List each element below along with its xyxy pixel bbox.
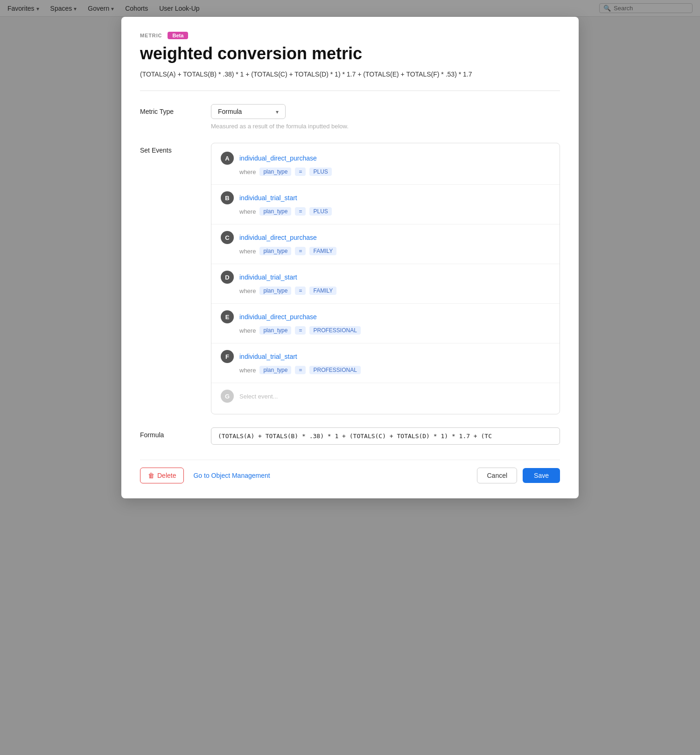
where-val-tag[interactable]: PLUS xyxy=(309,168,331,176)
events-panel: Aindividual_direct_purchasewhereplan_typ… xyxy=(211,143,560,414)
event-header: Bindividual_trial_start xyxy=(221,191,550,204)
set-events-content: Aindividual_direct_purchasewhereplan_typ… xyxy=(211,143,560,414)
event-where: whereplan_type=FAMILY xyxy=(221,287,550,295)
where-op-tag[interactable]: = xyxy=(295,326,306,335)
cancel-button[interactable]: Cancel xyxy=(477,468,517,483)
event-placeholder[interactable]: Select event... xyxy=(239,393,278,400)
event-header: GSelect event... xyxy=(221,390,550,403)
event-name[interactable]: individual_trial_start xyxy=(239,353,297,360)
metric-type-label: Metric Type xyxy=(140,104,196,115)
modal-header-meta: METRIC Beta xyxy=(140,32,560,39)
trash-icon: 🗑 xyxy=(148,472,154,479)
set-events-row: Set Events Aindividual_direct_purchasewh… xyxy=(140,143,560,414)
event-badge: D xyxy=(221,271,234,284)
where-key-tag[interactable]: plan_type xyxy=(259,366,291,374)
event-header: Dindividual_trial_start xyxy=(221,271,550,284)
footer-right: Cancel Save xyxy=(477,468,560,483)
metric-type-hint: Measured as a result of the formula inpu… xyxy=(211,123,560,130)
event-header: Cindividual_direct_purchase xyxy=(221,231,550,244)
where-key-tag[interactable]: plan_type xyxy=(259,168,291,176)
event-name[interactable]: individual_direct_purchase xyxy=(239,154,317,162)
event-row: Aindividual_direct_purchasewhereplan_typ… xyxy=(211,147,560,182)
set-events-label: Set Events xyxy=(140,143,196,154)
where-op-tag[interactable]: = xyxy=(295,168,306,176)
event-row-divider xyxy=(211,303,560,304)
event-badge: F xyxy=(221,350,234,363)
formula-label: Formula xyxy=(140,427,196,439)
divider xyxy=(140,91,560,91)
where-key-tag[interactable]: plan_type xyxy=(259,207,291,216)
delete-button[interactable]: 🗑 Delete xyxy=(140,468,184,483)
event-badge: B xyxy=(221,191,234,204)
event-where: whereplan_type=FAMILY xyxy=(221,247,550,255)
formula-input[interactable] xyxy=(211,427,560,445)
where-val-tag[interactable]: PROFESSIONAL xyxy=(309,326,360,335)
event-header: Findividual_trial_start xyxy=(221,350,550,363)
modal-footer: 🗑 Delete Go to Object Management Cancel … xyxy=(140,460,560,483)
metric-modal: METRIC Beta weighted conversion metric (… xyxy=(121,17,579,498)
event-badge: A xyxy=(221,152,234,165)
event-row: Findividual_trial_startwhereplan_type=PR… xyxy=(211,345,560,381)
event-row-divider xyxy=(211,184,560,185)
modal-title: weighted conversion metric xyxy=(140,44,560,63)
metric-type-content: Formula Measured as a result of the form… xyxy=(211,104,560,130)
event-row-divider xyxy=(211,343,560,343)
beta-badge: Beta xyxy=(168,32,188,39)
where-label: where xyxy=(239,208,256,215)
where-label: where xyxy=(239,287,256,294)
footer-left: 🗑 Delete Go to Object Management xyxy=(140,468,270,483)
event-badge: C xyxy=(221,231,234,244)
event-where: whereplan_type=PLUS xyxy=(221,207,550,216)
chevron-down-icon xyxy=(276,108,279,115)
where-op-tag[interactable]: = xyxy=(295,247,306,255)
event-name[interactable]: individual_direct_purchase xyxy=(239,234,317,241)
event-row: Eindividual_direct_purchasewhereplan_typ… xyxy=(211,306,560,341)
where-val-tag[interactable]: FAMILY xyxy=(309,247,336,255)
event-row: GSelect event... xyxy=(211,385,560,410)
event-row: Dindividual_trial_startwhereplan_type=FA… xyxy=(211,266,560,301)
where-val-tag[interactable]: FAMILY xyxy=(309,287,336,295)
where-key-tag[interactable]: plan_type xyxy=(259,326,291,335)
where-label: where xyxy=(239,248,256,255)
save-button[interactable]: Save xyxy=(523,468,560,483)
modal-overlay: METRIC Beta weighted conversion metric (… xyxy=(0,0,700,755)
event-row-divider xyxy=(211,224,560,224)
event-row-divider xyxy=(211,383,560,383)
event-row: Cindividual_direct_purchasewhereplan_typ… xyxy=(211,226,560,262)
formula-content xyxy=(211,427,560,445)
metric-label: METRIC xyxy=(140,33,162,38)
event-badge: G xyxy=(221,390,234,403)
where-op-tag[interactable]: = xyxy=(295,366,306,374)
where-val-tag[interactable]: PLUS xyxy=(309,207,331,216)
event-where: whereplan_type=PROFESSIONAL xyxy=(221,326,550,335)
where-key-tag[interactable]: plan_type xyxy=(259,287,291,295)
metric-type-dropdown[interactable]: Formula xyxy=(211,104,286,119)
where-op-tag[interactable]: = xyxy=(295,207,306,216)
where-key-tag[interactable]: plan_type xyxy=(259,247,291,255)
goto-object-management-link[interactable]: Go to Object Management xyxy=(193,472,270,479)
event-header: Eindividual_direct_purchase xyxy=(221,310,550,323)
where-label: where xyxy=(239,367,256,374)
event-header: Aindividual_direct_purchase xyxy=(221,152,550,165)
metric-type-row: Metric Type Formula Measured as a result… xyxy=(140,104,560,130)
event-row: Bindividual_trial_startwhereplan_type=PL… xyxy=(211,187,560,222)
where-label: where xyxy=(239,327,256,334)
event-name[interactable]: individual_direct_purchase xyxy=(239,313,317,321)
where-label: where xyxy=(239,168,256,175)
event-row-divider xyxy=(211,264,560,264)
formula-row: Formula xyxy=(140,427,560,445)
event-badge: E xyxy=(221,310,234,323)
where-op-tag[interactable]: = xyxy=(295,287,306,295)
event-where: whereplan_type=PLUS xyxy=(221,168,550,176)
event-where: whereplan_type=PROFESSIONAL xyxy=(221,366,550,374)
event-name[interactable]: individual_trial_start xyxy=(239,273,297,281)
event-name[interactable]: individual_trial_start xyxy=(239,194,297,202)
formula-preview: (TOTALS(A) + TOTALS(B) * .38) * 1 + (TOT… xyxy=(140,69,560,79)
where-val-tag[interactable]: PROFESSIONAL xyxy=(309,366,360,374)
